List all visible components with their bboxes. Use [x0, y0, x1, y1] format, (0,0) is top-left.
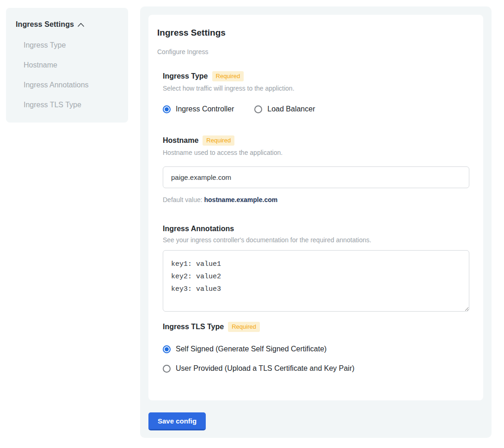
radio-label: Load Balancer	[267, 105, 315, 113]
ingress-settings-panel: Ingress Settings Configure Ingress Ingre…	[140, 6, 492, 438]
save-config-button[interactable]: Save config	[148, 412, 206, 430]
radio-unselected-icon[interactable]	[254, 105, 262, 113]
field-ingress-tls-type: Ingress TLS Type Required Self Signed (G…	[163, 322, 469, 373]
chevron-up-icon[interactable]	[78, 20, 84, 29]
ingress-settings-card: Ingress Settings Configure Ingress Ingre…	[148, 15, 483, 400]
ingress-type-label: Ingress Type	[163, 72, 208, 80]
field-ingress-annotations: Ingress Annotations See your ingress con…	[163, 225, 469, 312]
page-title: Ingress Settings	[157, 28, 469, 38]
radio-unselected-icon[interactable]	[163, 365, 171, 373]
ingress-type-radio-group: Ingress Controller Load Balancer	[163, 105, 469, 113]
required-badge: Required	[203, 135, 234, 146]
ingress-tls-type-radio-group: Self Signed (Generate Self Signed Certif…	[163, 345, 469, 373]
radio-user-provided[interactable]: User Provided (Upload a TLS Certificate …	[163, 364, 469, 373]
radio-label: User Provided (Upload a TLS Certificate …	[176, 364, 355, 373]
ingress-tls-type-label: Ingress TLS Type	[163, 323, 224, 331]
ingress-annotations-help: See your ingress controller's documentat…	[163, 236, 469, 244]
default-value-text: hostname.example.com	[204, 196, 278, 203]
sidebar-item-ingress-type[interactable]: Ingress Type	[16, 41, 120, 49]
sidebar-section-toggle[interactable]: Ingress Settings	[16, 20, 120, 29]
default-value-label: Default value:	[163, 196, 204, 203]
sidebar-item-ingress-annotations[interactable]: Ingress Annotations	[16, 81, 120, 89]
form-fields: Ingress Type Required Select how traffic…	[163, 71, 469, 373]
hostname-label: Hostname	[163, 136, 198, 145]
radio-selected-icon[interactable]	[163, 345, 171, 353]
ingress-annotations-label: Ingress Annotations	[163, 225, 234, 233]
ingress-annotations-textarea[interactable]: key1: value1 key2: value2 key3: value3	[163, 250, 469, 312]
hostname-default-note: Default value: hostname.example.com	[163, 196, 469, 203]
ingress-settings-sidebar: Ingress Settings Ingress Type Hostname I…	[6, 8, 128, 123]
sidebar-section-title: Ingress Settings	[16, 20, 74, 29]
radio-ingress-controller[interactable]: Ingress Controller	[163, 105, 234, 113]
field-hostname: Hostname Required Hostname used to acces…	[163, 135, 469, 203]
hostname-help: Hostname used to access the application.	[163, 149, 469, 156]
hostname-input[interactable]	[163, 166, 469, 188]
ingress-type-help: Select how traffic will ingress to the a…	[163, 85, 469, 92]
sidebar-item-ingress-tls-type[interactable]: Ingress TLS Type	[16, 101, 120, 109]
page-subtitle: Configure Ingress	[157, 48, 469, 55]
sidebar-item-hostname[interactable]: Hostname	[16, 61, 120, 69]
radio-self-signed[interactable]: Self Signed (Generate Self Signed Certif…	[163, 345, 469, 353]
sidebar-item-list: Ingress Type Hostname Ingress Annotation…	[16, 41, 120, 109]
radio-label: Ingress Controller	[176, 105, 234, 113]
field-ingress-type: Ingress Type Required Select how traffic…	[163, 71, 469, 113]
radio-label: Self Signed (Generate Self Signed Certif…	[176, 345, 326, 353]
radio-selected-icon[interactable]	[163, 105, 171, 113]
radio-load-balancer[interactable]: Load Balancer	[254, 105, 315, 113]
required-badge: Required	[228, 322, 260, 332]
required-badge: Required	[212, 71, 244, 81]
